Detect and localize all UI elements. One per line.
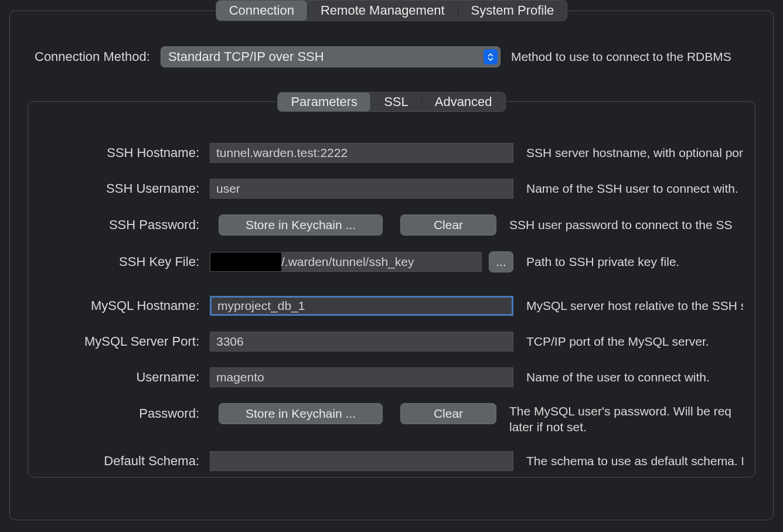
inner-tabs: Parameters SSL Advanced — [28, 92, 755, 112]
tab-system-profile[interactable]: System Profile — [458, 1, 567, 21]
ssh-keyfile-input[interactable]: /.warden/tunnel/ssh_key — [281, 252, 482, 272]
ssh-hostname-hint: SSH server hostname, with optional por — [526, 146, 743, 160]
mysql-port-label: MySQL Server Port: — [40, 334, 210, 349]
connection-panel: Connection Method: Standard TCP/IP over … — [9, 11, 774, 520]
connection-method-select[interactable]: Standard TCP/IP over SSH — [161, 46, 501, 67]
password-label: Password: — [40, 403, 210, 421]
password-clear-button[interactable]: Clear — [400, 403, 496, 424]
default-schema-label: Default Schema: — [40, 453, 210, 469]
tab-ssl[interactable]: SSL — [371, 93, 421, 111]
connection-method-label: Connection Method: — [35, 49, 150, 64]
parameters-panel: SSH Hostname: SSH server hostname, with … — [28, 101, 755, 478]
mysql-hostname-input[interactable] — [210, 296, 513, 316]
ssh-keyfile-browse-button[interactable]: ... — [489, 251, 513, 272]
ssh-keyfile-redacted — [210, 252, 281, 272]
username-hint: Name of the user to connect with. — [526, 370, 743, 384]
ssh-password-label: SSH Password: — [40, 217, 210, 233]
ssh-password-clear-button[interactable]: Clear — [400, 214, 496, 236]
ssh-password-hint: SSH user password to connect to the SS — [509, 218, 743, 232]
default-schema-input[interactable] — [210, 451, 513, 471]
connection-method-value: Standard TCP/IP over SSH — [168, 49, 324, 64]
mysql-hostname-hint: MySQL server host relative to the SSH s — [526, 299, 743, 313]
ssh-username-hint: Name of the SSH user to connect with. — [526, 182, 743, 196]
tab-advanced[interactable]: Advanced — [422, 93, 505, 111]
ssh-hostname-input[interactable] — [210, 143, 513, 163]
tab-remote-management[interactable]: Remote Management — [308, 1, 458, 21]
tab-connection[interactable]: Connection — [216, 1, 307, 21]
ssh-keyfile-label: SSH Key File: — [40, 254, 210, 270]
ssh-username-input[interactable] — [210, 179, 513, 199]
ssh-username-label: SSH Username: — [40, 181, 210, 196]
connection-method-hint: Method to use to connect to the RDBMS — [511, 50, 731, 64]
mysql-port-input[interactable] — [210, 332, 513, 352]
mysql-port-hint: TCP/IP port of the MySQL server. — [526, 335, 743, 349]
ssh-hostname-label: SSH Hostname: — [40, 145, 210, 161]
ssh-keyfile-hint: Path to SSH private key file. — [526, 255, 743, 269]
default-schema-hint: The schema to use as default schema. L — [526, 454, 743, 468]
tab-parameters[interactable]: Parameters — [278, 93, 370, 111]
mysql-hostname-label: MySQL Hostname: — [40, 298, 210, 313]
password-store-button[interactable]: Store in Keychain ... — [219, 403, 383, 424]
ssh-password-store-button[interactable]: Store in Keychain ... — [219, 214, 383, 236]
select-stepper-icon[interactable] — [484, 49, 498, 64]
username-label: Username: — [40, 370, 210, 385]
password-hint: The MySQL user's password. Will be req l… — [509, 403, 743, 435]
username-input[interactable] — [210, 367, 513, 387]
